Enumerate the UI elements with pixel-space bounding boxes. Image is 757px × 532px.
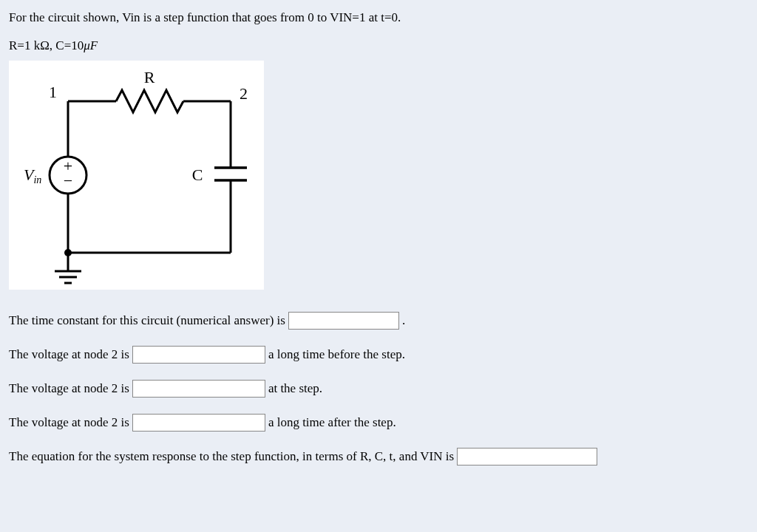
source-minus: − [64,171,72,190]
vin-label: Vin [24,166,41,185]
resistor-label: R [144,68,155,86]
q3-text-post: at the step. [268,381,322,396]
q3-text-pre: The voltage at node 2 is [9,381,129,396]
q1-text-pre: The time constant for this circuit (nume… [9,313,285,328]
q2-text-pre: The voltage at node 2 is [9,347,129,362]
params-prefix: R=1 k [9,38,40,52]
farad-symbol: F [90,38,98,52]
q1-text-post: . [402,313,405,328]
capacitor-label: C [192,166,203,184]
q4-text-post: a long time after the step. [268,415,396,430]
q5-text-pre: The equation for the system response to … [9,449,454,464]
q4-input[interactable] [132,414,265,432]
node2-label: 2 [240,84,248,103]
problem-intro: For the circuit shown, Vin is a step fun… [9,9,748,27]
problem-params: R=1 kΩ, C=10μF [9,38,748,53]
ohm-symbol: Ω [40,38,50,52]
q1-input[interactable] [288,312,399,330]
params-mid: , C=10 [50,38,84,52]
question-1: The time constant for this circuit (nume… [9,312,748,330]
node1-label: 1 [49,83,57,101]
question-5: The equation for the system response to … [9,448,748,466]
mu-symbol: μ [84,38,90,52]
question-4: The voltage at node 2 is a long time aft… [9,414,748,432]
question-3: The voltage at node 2 is at the step. [9,380,748,398]
q3-input[interactable] [132,380,265,398]
q4-text-pre: The voltage at node 2 is [9,415,129,430]
question-2: The voltage at node 2 is a long time bef… [9,346,748,364]
q5-input[interactable] [457,448,597,466]
q2-input[interactable] [132,346,265,364]
circuit-diagram: + − R 1 2 C Vin [9,61,264,290]
q2-text-post: a long time before the step. [268,347,405,362]
